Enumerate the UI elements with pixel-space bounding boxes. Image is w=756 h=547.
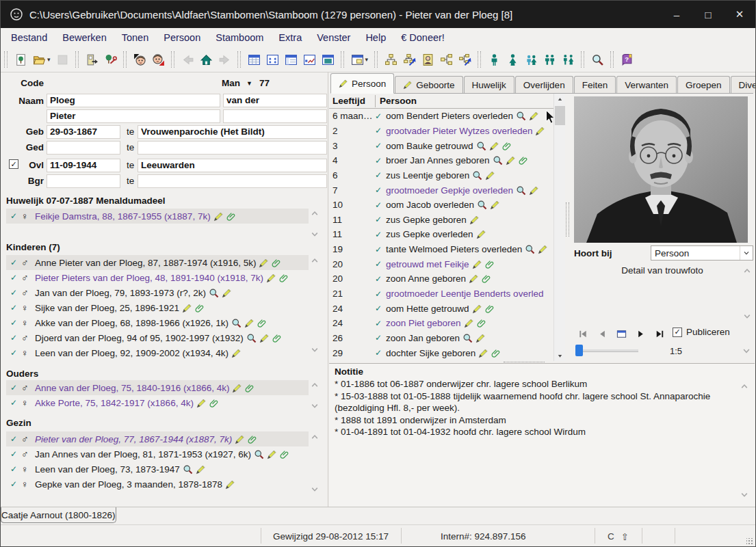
- event-row[interactable]: 3 oom Bauke getrouwd: [329, 138, 553, 153]
- event-link[interactable]: grootvader Pieter Wytzes overleden: [386, 126, 532, 136]
- close-button[interactable]: ✕: [724, 1, 755, 28]
- face-previous-button[interactable]: [131, 49, 149, 70]
- gender-dropdown-icon[interactable]: [246, 80, 252, 87]
- event-row[interactable]: 11 zus Gepke geboren: [329, 212, 553, 227]
- event-row[interactable]: 26 zoon Jan geboren: [329, 331, 553, 346]
- person-link[interactable]: Anne Pieter van der Ploeg, 87, 1887-1974…: [35, 258, 256, 268]
- event-link[interactable]: zoon Anne geboren: [386, 274, 466, 284]
- person-woman-button[interactable]: [504, 49, 522, 70]
- photo-caption-area[interactable]: Detail van trouwfoto: [571, 263, 753, 321]
- search-icon[interactable]: [525, 244, 535, 254]
- attachment-icon[interactable]: [226, 211, 237, 222]
- person-row[interactable]: ♀ Leen van der Ploeg, 73, 1873-1947: [6, 462, 309, 477]
- window-layout-button[interactable]: [348, 49, 372, 70]
- event-row[interactable]: 6 maan… oom Bendert Pieters overleden: [329, 109, 553, 124]
- baptism-place-field[interactable]: [138, 141, 327, 155]
- person-row[interactable]: ♂ Jan Annes van der Ploeg, 81, 1871-1953…: [6, 446, 309, 462]
- portrait-button[interactable]: [419, 49, 437, 70]
- scrollbar-up-button[interactable]: [554, 94, 566, 105]
- nav-next-button[interactable]: [633, 327, 648, 341]
- given-name-field[interactable]: Pieter: [47, 109, 220, 123]
- tab[interactable]: Geboorte: [395, 76, 462, 93]
- scroll-up-icon[interactable]: [310, 257, 320, 263]
- edit-pencil-icon[interactable]: [506, 155, 516, 165]
- person-link[interactable]: Leen van der Ploeg, 73, 1873-1947: [35, 464, 180, 475]
- person-row[interactable]: ♀ Akke van der Ploeg, 68, 1898-1966 (x19…: [6, 315, 309, 330]
- new-document-button[interactable]: [12, 49, 30, 70]
- event-row[interactable]: 10 oom Jacob overleden: [329, 198, 553, 213]
- death-date-field[interactable]: 11-09-1944: [47, 159, 120, 172]
- toolbar-group-grip[interactable]: [171, 51, 174, 68]
- person-link[interactable]: Feikje Damstra, 88, 1867-1955 (x1887, 7k…: [35, 211, 211, 222]
- event-link[interactable]: grootmoeder Leentje Benderts overled: [386, 289, 543, 299]
- scroll-down-icon[interactable]: [310, 403, 320, 409]
- minimize-button[interactable]: –: [661, 1, 692, 28]
- nav-last-button[interactable]: [652, 327, 667, 341]
- toolbar-group-grip[interactable]: [610, 51, 614, 68]
- event-row[interactable]: 24 oom Hette getrouwd: [329, 301, 553, 316]
- edit-pencil-icon[interactable]: [529, 185, 539, 196]
- person-row[interactable]: ♀ Leen van der Ploeg, 92, 1909-2002 (x19…: [6, 345, 309, 360]
- chevron-down-icon[interactable]: [742, 347, 751, 354]
- scroll-up-icon[interactable]: [310, 210, 320, 216]
- maximize-button[interactable]: □: [692, 1, 724, 28]
- menu-item[interactable]: Stamboom: [208, 32, 271, 43]
- edit-pencil-icon[interactable]: [259, 258, 269, 268]
- event-link[interactable]: oom Bauke getrouwd: [386, 141, 473, 151]
- event-link[interactable]: zoon Piet geboren: [386, 318, 461, 328]
- edit-pencil-icon[interactable]: [259, 333, 270, 343]
- search-icon[interactable]: [516, 185, 526, 196]
- scroll-up-icon[interactable]: [742, 267, 752, 274]
- toolbar-group-grip[interactable]: [478, 51, 481, 68]
- person-row[interactable]: ♀ Akke Porte, 75, 1842-1917 (x1866, 4k): [6, 395, 309, 410]
- menu-item[interactable]: Bewerken: [55, 32, 114, 43]
- orgchart-button[interactable]: [382, 49, 400, 70]
- edit-pencil-icon[interactable]: [182, 303, 192, 313]
- search-icon[interactable]: [254, 449, 264, 459]
- burial-date-field[interactable]: [47, 174, 120, 188]
- menu-item[interactable]: Bestand: [3, 32, 55, 43]
- search-icon[interactable]: [246, 333, 257, 343]
- save-button[interactable]: [53, 49, 72, 70]
- event-row[interactable]: 6 zus Leentje geboren: [329, 168, 553, 183]
- pedigree-export-button[interactable]: [456, 49, 474, 70]
- gender-value[interactable]: Man: [222, 78, 240, 88]
- home-button[interactable]: [197, 49, 216, 70]
- edit-pencil-icon[interactable]: [489, 141, 499, 151]
- person-row[interactable]: ♀ Gepke van der Ploeg, 3 maanden, 1878-1…: [6, 477, 309, 492]
- attachment-icon[interactable]: [280, 449, 290, 459]
- edit-pencil-icon[interactable]: [475, 333, 486, 343]
- attachment-icon[interactable]: [485, 259, 495, 269]
- event-link[interactable]: zus Gepke overleden: [386, 229, 473, 239]
- menu-item[interactable]: Venster: [309, 32, 358, 43]
- edit-pencil-icon[interactable]: [244, 318, 255, 328]
- edit-pencil-icon[interactable]: [538, 244, 548, 254]
- search-icon[interactable]: [516, 111, 526, 121]
- toolbar-group-grip[interactable]: [341, 51, 344, 68]
- person-link[interactable]: Leen van der Ploeg, 92, 1909-2002 (x1934…: [35, 348, 229, 358]
- event-row[interactable]: 7 grootmoeder Gepkje overleden: [329, 183, 553, 198]
- person-link[interactable]: Akke Porte, 75, 1842-1917 (x1866, 4k): [35, 398, 194, 408]
- burial-place-field[interactable]: [138, 174, 327, 188]
- edit-pencil-icon[interactable]: [464, 318, 474, 328]
- tab[interactable]: Feiten: [574, 76, 616, 93]
- event-row[interactable]: 24 zoon Piet geboren: [329, 316, 553, 331]
- birth-place-field[interactable]: Vrouwenparochie (Het Bildt): [138, 125, 327, 139]
- zoom-slider-thumb[interactable]: [575, 345, 583, 356]
- tree-tools-button[interactable]: [101, 49, 120, 70]
- edit-pencil-icon[interactable]: [469, 274, 479, 284]
- events-scrollbar[interactable]: [553, 94, 565, 361]
- person-link[interactable]: Pieter Pieters van der Ploeg, 48, 1891-1…: [35, 273, 263, 283]
- prefix-field[interactable]: van der: [223, 94, 327, 107]
- edit-pencil-icon[interactable]: [469, 215, 480, 225]
- surname-field[interactable]: Ploeg: [47, 94, 220, 107]
- scrollbar-down-button[interactable]: [554, 350, 566, 361]
- baptism-date-field[interactable]: [47, 141, 120, 155]
- edit-pencil-icon[interactable]: [535, 126, 545, 136]
- person-row[interactable]: ♀ Sijke van der Ploeg, 25, 1896-1921: [6, 300, 309, 315]
- scrollbar-thumb[interactable]: [555, 106, 565, 125]
- event-row[interactable]: 20 getrouwd met Feikje: [329, 256, 553, 271]
- event-link[interactable]: zoon Jan geboren: [386, 333, 460, 343]
- birth-date-field[interactable]: 29-03-1867: [47, 125, 120, 139]
- event-link[interactable]: getrouwd met Feikje: [386, 259, 469, 269]
